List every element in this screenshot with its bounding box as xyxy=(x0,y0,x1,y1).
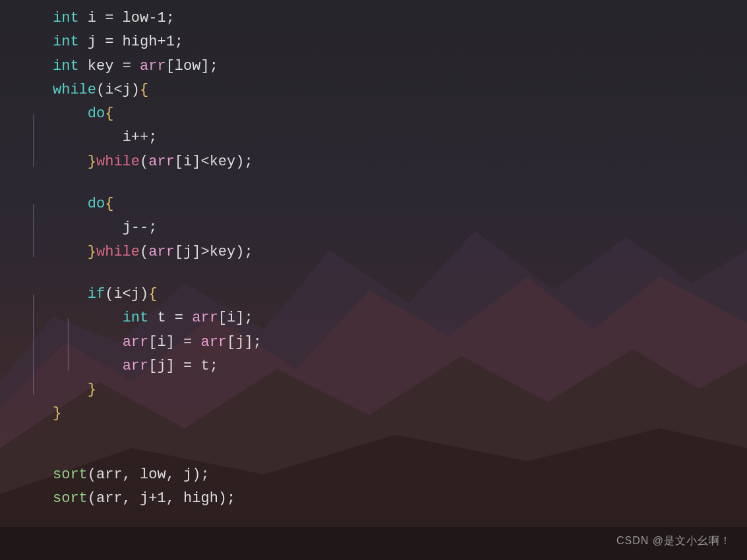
token: i xyxy=(79,7,105,30)
token: ; xyxy=(210,55,218,78)
code-line: }while(arr[i]<key); xyxy=(53,150,747,174)
token: [j] xyxy=(175,240,201,264)
token: = xyxy=(105,7,113,30)
token: sort xyxy=(53,463,88,487)
token: int xyxy=(53,30,79,54)
token: } xyxy=(53,402,61,426)
token: low xyxy=(113,7,148,30)
code-line: do{ xyxy=(53,192,747,216)
code-line: int key = arr[low]; xyxy=(53,55,747,78)
code-line: int t = arr[i]; xyxy=(53,306,747,330)
code-line xyxy=(53,445,747,463)
token: j xyxy=(123,216,131,240)
code-line: arr[i] = arr[j]; xyxy=(53,331,747,354)
token: arr xyxy=(183,306,218,330)
token: [j] xyxy=(227,331,253,354)
token: while xyxy=(53,78,96,102)
code-line: } xyxy=(53,402,747,426)
code-line: sort(arr, low, j); xyxy=(53,463,747,487)
token: (arr, j xyxy=(88,487,148,511)
token: ( xyxy=(140,240,148,264)
token: - xyxy=(148,7,157,30)
token: while xyxy=(96,240,140,264)
token: t xyxy=(148,306,175,330)
token: 1, high); xyxy=(157,487,235,511)
token: arr xyxy=(148,150,175,174)
token: arr xyxy=(148,240,175,264)
token: = t; xyxy=(175,354,218,378)
token: do xyxy=(88,192,105,216)
token: (i<j) xyxy=(105,283,148,306)
token: = xyxy=(175,306,183,330)
token: if xyxy=(88,283,105,306)
token: i xyxy=(123,126,131,150)
code-line: sort(arr, j+1, high); xyxy=(53,487,747,511)
code-line: while(i<j){ xyxy=(53,78,747,102)
token: while xyxy=(96,150,140,174)
token: [i] xyxy=(175,150,201,174)
token: high xyxy=(113,30,157,54)
token: ; xyxy=(166,7,175,30)
token: j xyxy=(79,30,105,54)
token: do xyxy=(88,102,105,126)
code-line: i++; xyxy=(53,126,747,150)
token: = xyxy=(123,55,131,78)
token: arr xyxy=(200,331,227,354)
token: } xyxy=(88,240,96,264)
token: + xyxy=(148,487,157,511)
token: ; xyxy=(175,30,183,54)
token: ( xyxy=(140,150,148,174)
code-container: int i = low-1;int j = high+1;int key = a… xyxy=(0,0,747,560)
token: <key xyxy=(200,150,235,174)
code-line: }while(arr[j]>key); xyxy=(53,240,747,264)
token: key xyxy=(79,55,123,78)
code-line: int i = low-1; xyxy=(53,7,747,30)
token: int xyxy=(123,306,149,330)
code-line: int j = high+1; xyxy=(53,30,747,54)
token: (i<j) xyxy=(96,78,140,102)
token: } xyxy=(88,150,96,174)
token: ; xyxy=(253,331,262,354)
token: { xyxy=(148,283,157,306)
token: = xyxy=(105,30,113,54)
code-line xyxy=(53,426,747,445)
token: arr xyxy=(123,331,149,354)
token: ); xyxy=(235,240,253,264)
code-line: j--; xyxy=(53,216,747,240)
code-line: } xyxy=(53,378,747,402)
code-line: arr[j] = t; xyxy=(53,354,747,378)
token: { xyxy=(105,102,113,126)
token: 1 xyxy=(157,7,165,30)
token: [j] xyxy=(148,354,175,378)
watermark: CSDN @是文小幺啊！ xyxy=(616,534,731,548)
token: int xyxy=(53,7,79,30)
token: sort xyxy=(53,487,88,511)
token: [low] xyxy=(166,55,210,78)
token: 1 xyxy=(166,30,175,54)
token: int xyxy=(53,55,79,78)
code-line: do{ xyxy=(53,102,747,126)
token: [i] xyxy=(148,331,175,354)
token: = xyxy=(175,331,201,354)
token: ; xyxy=(244,306,253,330)
code-line xyxy=(53,174,747,192)
token: arr xyxy=(123,354,149,378)
token: + xyxy=(157,30,165,54)
token: { xyxy=(140,78,148,102)
token: } xyxy=(88,378,96,402)
token: >key xyxy=(200,240,235,264)
token: [i] xyxy=(218,306,245,330)
token: --; xyxy=(131,216,158,240)
code-line xyxy=(53,264,747,283)
token: (arr, low, j); xyxy=(88,463,210,487)
token: arr xyxy=(131,55,166,78)
token: ++; xyxy=(131,126,158,150)
token: { xyxy=(105,192,113,216)
token: ); xyxy=(235,150,253,174)
code-line: if(i<j){ xyxy=(53,283,747,306)
